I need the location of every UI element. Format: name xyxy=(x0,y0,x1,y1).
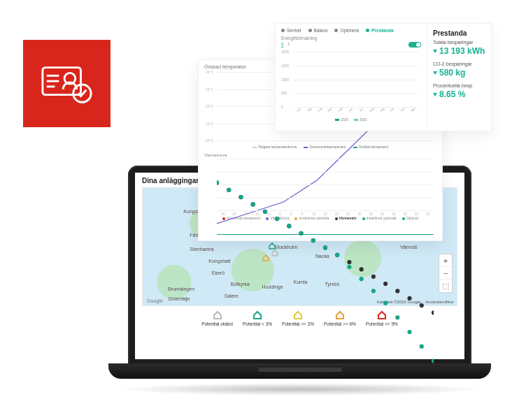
subtab-2[interactable]: 2 xyxy=(287,42,290,48)
svg-point-27 xyxy=(239,195,243,199)
svg-point-31 xyxy=(287,224,291,228)
bar-chart-legend: 2020 2021 xyxy=(281,117,421,122)
tab-optimera[interactable]: Optimera xyxy=(334,28,359,33)
map-place-label: Brunnängen xyxy=(168,287,194,291)
map-zoom-in[interactable]: + xyxy=(439,254,452,267)
svg-point-28 xyxy=(251,202,255,206)
svg-point-38 xyxy=(371,289,376,293)
tab-senhet[interactable]: Senhet xyxy=(281,28,301,33)
id-card-check-icon xyxy=(40,63,94,105)
bar-chart-title: Energiförbrukning xyxy=(281,36,421,41)
map-zoom-controls: + − ⬚ xyxy=(439,254,453,293)
svg-point-41 xyxy=(407,330,411,334)
subtab-1[interactable]: 1 xyxy=(281,42,283,48)
svg-point-35 xyxy=(335,253,339,257)
metric-total-savings: Totala besparingar 13 193 kWh xyxy=(433,40,485,56)
map-google-logo: Google xyxy=(147,298,163,303)
svg-point-42 xyxy=(420,345,424,349)
metric-percent-savings: Procentuella besp 8.65 % xyxy=(433,83,485,99)
svg-point-33 xyxy=(311,238,315,242)
metric-co2-savings: CO-2 besparingar 580 kg xyxy=(433,61,485,78)
map-streetview[interactable]: ⬚ xyxy=(439,280,452,292)
subtab-toggle[interactable] xyxy=(408,42,421,48)
map-place-label: Södertälje xyxy=(168,296,190,301)
svg-point-24 xyxy=(432,310,434,314)
svg-point-25 xyxy=(217,180,219,184)
map-place-label: Stenhamra xyxy=(190,247,213,252)
svg-point-19 xyxy=(371,275,376,279)
svg-point-23 xyxy=(420,303,424,307)
svg-point-37 xyxy=(360,277,364,281)
svg-point-36 xyxy=(347,265,351,269)
svg-point-40 xyxy=(395,315,399,319)
svg-point-18 xyxy=(360,267,364,271)
svg-point-32 xyxy=(299,231,303,236)
svg-point-39 xyxy=(383,301,388,305)
id-verified-badge xyxy=(23,40,111,127)
svg-point-34 xyxy=(323,245,327,249)
svg-point-21 xyxy=(395,289,399,293)
bar-chart: 0500100015002000janfebmaraprmajjunjulaug… xyxy=(294,52,418,115)
svg-point-43 xyxy=(432,359,434,363)
svg-point-26 xyxy=(227,188,231,192)
svg-point-20 xyxy=(383,282,388,286)
svg-point-17 xyxy=(347,260,351,264)
svg-point-22 xyxy=(407,296,411,300)
prestanda-tabs: Senhet Balans Optimera Prestanda xyxy=(281,28,421,33)
panel-prestanda: Senhet Balans Optimera Prestanda Energif… xyxy=(275,23,492,131)
prestanda-side-title: Prestanda xyxy=(433,29,485,37)
tab-balans[interactable]: Balans xyxy=(308,28,328,33)
svg-point-30 xyxy=(275,217,279,221)
map-zoom-out[interactable]: − xyxy=(439,267,452,280)
scatter-chart: -30-25-20-15-10-505101520253035404550556… xyxy=(217,159,434,210)
tab-prestanda[interactable]: Prestanda xyxy=(366,28,393,33)
